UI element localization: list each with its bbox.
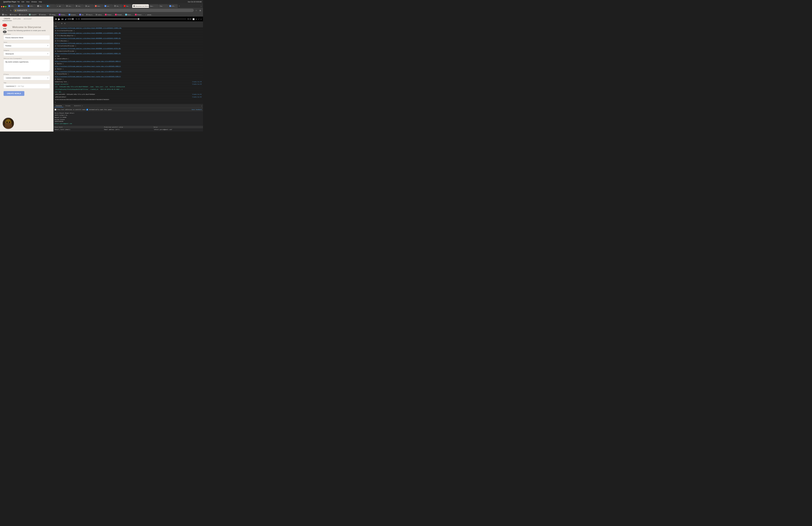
tags-input[interactable]: superheroes ✕ Add Tags (3, 84, 50, 89)
subgenre-select[interactable]: Steampunk (3, 52, 50, 56)
dt-device-icon[interactable]: 📱 (57, 22, 60, 25)
genre-select[interactable]: Fantasy (3, 43, 50, 48)
dt-panel2-icon[interactable]: ⊡ (64, 22, 66, 25)
tab-sdk[interactable]: g sdk (55, 4, 65, 8)
ip-terms-box[interactable]: commercialAttribution transferable (3, 75, 50, 80)
menu-view[interactable]: View (26, 1, 29, 3)
show-test-checkbox[interactable] (55, 109, 56, 111)
tab-this[interactable]: This (159, 4, 168, 8)
active-tab-close-icon[interactable]: ✕ (152, 5, 153, 7)
qt-progress-bar[interactable] (81, 19, 186, 19)
menu-help[interactable]: Help (39, 1, 42, 3)
console-line[interactable]: http://localhost:5174/node_modules/.vite… (54, 75, 203, 78)
qt-volume-slider[interactable] (68, 19, 75, 19)
auto-open-checkbox[interactable] (86, 109, 88, 111)
bookmark-button[interactable]: ☆ (195, 9, 198, 12)
genre-group: Genre Fantasy (3, 42, 50, 48)
address-bar[interactable]: 🔒 localhost:5174 (13, 9, 194, 12)
bookmark-parsati[interactable]: p parsati... (144, 14, 153, 16)
bookmark-pimlico[interactable]: P Pimlico... (58, 14, 67, 16)
console-output[interactable]: http://localhost:5174/node_modules/.vite… (54, 28, 203, 104)
qt-fullscreen-icon[interactable]: ⤢ (198, 18, 200, 20)
tab-unc[interactable]: U Unc... (65, 4, 75, 8)
close-window-btn[interactable] (1, 6, 2, 8)
reload-button[interactable]: ↻ (9, 9, 12, 12)
console-line[interactable]: http://localhost:5174/node_modules/.vite… (54, 32, 203, 35)
console-line[interactable]: http://localhost:5174/node_modules/.vite… (54, 70, 203, 73)
bookmark-story-li[interactable]: S Story li... (85, 14, 94, 16)
tab-close-icon[interactable]: ✕ (120, 5, 121, 7)
bookmark-dynamic[interactable]: D Dynamic... (68, 14, 78, 16)
nav-account[interactable]: ACCOUNT (22, 17, 33, 21)
story-textarea[interactable]: My world contains superheroes. (3, 60, 50, 72)
tab-unt[interactable]: U Unt... (75, 4, 84, 8)
bookmark-vite[interactable]: V Vite (78, 14, 85, 16)
console-line[interactable]: http://localhost:5174/node_modules/.vite… (54, 53, 203, 55)
tab-you[interactable]: Y You... (123, 4, 132, 8)
tab-storyverse-demo[interactable]: 🎬 Storyverse Live Demo.mp4 ✕ (132, 4, 149, 8)
tab-eth3[interactable]: E ETH... (27, 4, 36, 8)
console-line[interactable]: http://localhost:5174/node_modules/.vite… (54, 37, 203, 40)
tab-rem[interactable]: R Rem... (94, 4, 103, 8)
auto-open-label: Automatically open this panel (89, 109, 112, 111)
dt-panel-icon[interactable]: ⊟ (60, 22, 63, 25)
tab-new[interactable]: New... (149, 4, 159, 8)
bookmark-pinata2[interactable]: P Pinata I... (134, 14, 144, 16)
qt-fast-forward-button[interactable]: ⏭ (61, 18, 64, 20)
menu-edit[interactable]: Edit (21, 1, 24, 3)
dt-tab-console[interactable]: Console (54, 104, 63, 108)
bookmark-walrus[interactable]: w walrus... (95, 14, 103, 16)
tab-eth1[interactable]: E ETH... (8, 4, 17, 8)
menu-file[interactable]: File (17, 1, 19, 3)
tab-eth4[interactable]: E ETh... (168, 4, 178, 8)
console-line[interactable]: http://localhost:5174/node_modules/.vite… (54, 47, 203, 50)
bookmark-get-ip[interactable]: G Get an IP (18, 14, 28, 16)
qt-play-button[interactable]: ▶ (58, 18, 60, 21)
tab-par[interactable]: p par... (84, 4, 94, 8)
tab-eth2[interactable]: E ETH... (17, 4, 26, 8)
bookmark-pinataa[interactable]: P PinataA... (114, 14, 124, 16)
tab-sto[interactable]: S Sto... (36, 4, 46, 8)
bookmark-pinata1[interactable]: P Pinata I... (104, 14, 114, 16)
qt-screen-icon[interactable]: ⬜ (192, 18, 195, 20)
extensions-button[interactable]: ⊞ (199, 9, 202, 12)
tab-dollar[interactable]: $ $ (46, 4, 55, 8)
tab-his[interactable]: H His... ✕ (113, 4, 122, 8)
dt-tab-autofill[interactable]: Autofill ✕ (73, 104, 84, 108)
console-line[interactable]: http://localhost:5174/node_modules/.vite… (54, 42, 203, 45)
world-name-input[interactable] (3, 35, 50, 40)
dt-tab-issues[interactable]: Issues (64, 104, 72, 108)
tab-cov[interactable]: G cov... (103, 4, 113, 8)
console-line[interactable]: http://localhost:5174/node_modules/.vite… (54, 28, 203, 29)
console-line[interactable]: http://localhost:5174/node_modules/.vite… (54, 65, 203, 68)
bookmark-story[interactable]: S Story (1, 14, 8, 16)
nav-create[interactable]: CREATE (2, 17, 12, 21)
tag-close-icon[interactable]: ✕ (15, 85, 16, 87)
bookmark-ip-asset[interactable]: IP IP Asset (9, 14, 17, 16)
new-tab-button[interactable]: + (178, 4, 181, 8)
qt-volume-icon: 🔊 (65, 18, 67, 20)
bookmark-adding[interactable]: a adding... (48, 14, 57, 16)
record-button[interactable] (2, 24, 7, 27)
bookmark-chatgpt[interactable]: C ChatGPT (28, 14, 38, 16)
bookmark-react[interactable]: R React -... (124, 14, 133, 16)
back-button[interactable]: ‹ (1, 9, 4, 12)
devtools-close-icon[interactable]: ✕ (201, 105, 202, 107)
maximize-window-btn[interactable] (5, 6, 6, 8)
create-world-button[interactable]: CREATE WORLD (3, 91, 25, 96)
qt-pip-icon[interactable]: ⊡ (196, 18, 197, 20)
minimize-window-btn[interactable] (3, 6, 4, 8)
send-feedback-link[interactable]: Send feedback (192, 109, 202, 111)
qt-rewind-button[interactable]: ⏮ (55, 18, 57, 20)
bookmark-ethglob[interactable]: E EthGlob... (38, 14, 48, 16)
qt-close-icon[interactable]: ✕ (201, 18, 202, 20)
pause-button[interactable]: ⏸ (3, 31, 6, 33)
address-bar-row: ‹ › ↻ 🔒 localhost:5174 ☆ ⊞ (0, 8, 203, 13)
nav-explore[interactable]: EXPLORE (12, 17, 22, 21)
forward-button[interactable]: › (5, 9, 8, 12)
console-line[interactable]: http://localhost:5174/node_modules/.vite… (54, 60, 203, 63)
dt-inspect-icon[interactable]: ⊹ (54, 22, 57, 25)
svg-point-1 (4, 123, 12, 129)
menu-window[interactable]: Window (31, 1, 37, 3)
autofill-table: Form field Predicted autofill value Valu… (54, 126, 203, 131)
